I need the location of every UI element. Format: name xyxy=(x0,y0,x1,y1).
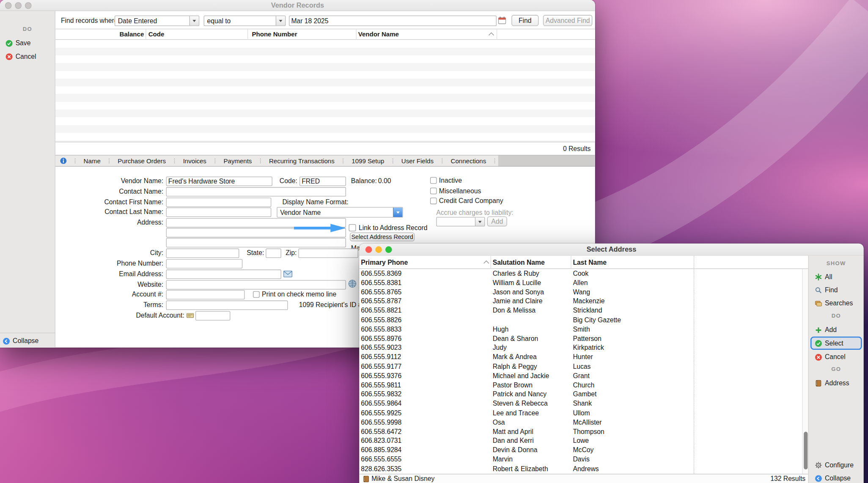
contact-first-name-input[interactable] xyxy=(166,198,272,207)
address-row[interactable]: 606.555.8821Don & MelissaStrickland xyxy=(359,306,802,316)
print-on-check-memo-checkbox[interactable] xyxy=(253,291,260,298)
tab-name[interactable]: Name xyxy=(79,157,106,164)
searches-button[interactable]: Searches xyxy=(815,298,853,308)
cell-primary-phone: 606.555.8787 xyxy=(359,297,492,306)
tab-info[interactable] xyxy=(55,157,71,165)
tab-purchase-orders[interactable]: Purchase Orders xyxy=(113,157,171,164)
calendar-icon[interactable] xyxy=(498,16,507,25)
find-button[interactable]: Find xyxy=(815,285,838,295)
email-icon[interactable] xyxy=(283,271,292,277)
tab-recurring-transactions[interactable]: Recurring Transactions xyxy=(264,157,339,164)
tab-payments[interactable]: Payments xyxy=(219,157,257,164)
tab-separator: ⋮ xyxy=(389,157,396,165)
credit-card-company-checkbox[interactable] xyxy=(430,198,437,204)
cell-last-name: McCoy xyxy=(573,446,695,455)
address-row[interactable]: 606.555.9998OsaMcAllister xyxy=(359,418,802,427)
collapse-button[interactable]: Collapse xyxy=(3,336,39,346)
code-input[interactable] xyxy=(299,176,346,186)
account-number-input[interactable] xyxy=(166,290,245,299)
address-table-header: Primary Phone Salutation Name Last Name xyxy=(359,256,808,269)
address-row[interactable]: 606.555.8765Jason and SonyaWang xyxy=(359,288,802,297)
find-field-select[interactable]: Date Entered xyxy=(115,16,199,26)
cell-salutation-name: Steven & Rebecca xyxy=(493,399,573,409)
address-row[interactable]: 606.555.9832Patrick and NancyGambet xyxy=(359,390,802,399)
results-table-body[interactable] xyxy=(55,40,595,142)
contact-last-name-input[interactable] xyxy=(166,208,272,217)
sort-ascending-icon xyxy=(483,261,489,266)
column-header-code[interactable]: Code xyxy=(148,31,165,38)
advanced-find-button[interactable]: Advanced Find xyxy=(543,15,592,26)
column-header-balance[interactable]: Balance xyxy=(100,31,144,38)
address-row[interactable]: 606.555.8369Charles & RubyCook xyxy=(359,269,802,278)
cancel-button[interactable]: Cancel xyxy=(5,52,36,62)
column-header-salutation-name[interactable]: Salutation Name xyxy=(493,258,545,266)
default-account-input[interactable] xyxy=(195,311,230,320)
link-to-address-label: Link to Address Record xyxy=(359,224,427,233)
address-row[interactable]: 606.555.9376Michael and JackieGrant xyxy=(359,371,802,381)
recipient-id-label: 1099 Recipient's ID #: xyxy=(299,301,364,310)
column-header-last-name[interactable]: Last Name xyxy=(573,258,607,266)
address-row[interactable]: 606.555.9811Pastor BrownChurch xyxy=(359,381,802,390)
add-button[interactable]: Add xyxy=(815,325,837,335)
address-row[interactable]: 606.555.8826Big City Gazette xyxy=(359,316,802,325)
scrollbar-track[interactable] xyxy=(802,269,808,474)
find-operator-select[interactable]: equal to xyxy=(204,16,286,26)
configure-button[interactable]: Configure xyxy=(815,460,854,470)
collapse-button[interactable]: Collapse xyxy=(815,473,851,483)
address-row[interactable]: 606.555.9864Steven & RebeccaShank xyxy=(359,399,802,409)
address-row[interactable]: 606.555.9023JudyKirkpatrick xyxy=(359,343,802,353)
address-row[interactable]: 606.555.8833HughSmith xyxy=(359,325,802,334)
website-globe-icon[interactable] xyxy=(348,280,357,288)
tab-separator: ⋮ xyxy=(171,157,178,165)
column-header-primary-phone[interactable]: Primary Phone xyxy=(361,258,408,266)
miscellaneous-checkbox[interactable] xyxy=(430,188,437,195)
inactive-checkbox[interactable] xyxy=(430,177,437,184)
address-row[interactable]: 606.555.9925Lee and TraceeUllom xyxy=(359,409,802,418)
address-row[interactable]: 606.555.9112Mark & AndreaHunter xyxy=(359,353,802,362)
address-titlebar[interactable]: Select Address xyxy=(359,244,863,256)
website-input[interactable] xyxy=(166,280,346,289)
scrollbar-thumb[interactable] xyxy=(804,432,808,469)
zip-input[interactable] xyxy=(298,249,358,258)
address-button[interactable]: Address xyxy=(815,378,849,388)
address-row[interactable]: 606.558.6472Matt and AprilThompson xyxy=(359,427,802,436)
contact-name-input[interactable] xyxy=(166,187,346,196)
column-header-vendor-name[interactable]: Vendor Name xyxy=(358,31,399,38)
tab-1099-setup[interactable]: 1099 Setup xyxy=(347,157,390,164)
tab-connections[interactable]: Connections xyxy=(446,157,491,164)
address-row[interactable]: 828.626.3535Robert & ElizabethAndrews xyxy=(359,464,802,474)
address-row[interactable]: 606.555.9177Ralph & PeggyLucas xyxy=(359,362,802,371)
address-row[interactable]: 606.555.8381William & LucilleAllen xyxy=(359,278,802,288)
terms-input[interactable] xyxy=(166,301,288,310)
cancel-button[interactable]: Cancel xyxy=(815,352,845,362)
select-address-record-button[interactable]: Select Address Record xyxy=(350,233,415,242)
address-row[interactable]: 606.555.8976Dean & SharonPatterson xyxy=(359,334,802,343)
save-button[interactable]: Save xyxy=(5,38,30,48)
find-button[interactable]: Find xyxy=(511,15,538,26)
address-row[interactable]: 666.555.6555MarvinDavis xyxy=(359,455,802,464)
address-row[interactable]: 606.823.0731Dan and KerriLowe xyxy=(359,436,802,446)
default-account-icon[interactable] xyxy=(186,311,195,319)
show-all-button[interactable]: All xyxy=(815,272,832,282)
accrue-add-button[interactable]: Add xyxy=(487,217,507,227)
x-circle-icon xyxy=(5,53,13,60)
cell-last-name: Wang xyxy=(573,288,695,297)
address-line3-input[interactable] xyxy=(166,238,346,247)
tab-invoices[interactable]: Invoices xyxy=(178,157,212,164)
dropdown-arrow-icon xyxy=(190,16,199,25)
phone-number-input[interactable] xyxy=(166,259,243,268)
accrue-liability-select[interactable] xyxy=(436,217,485,226)
cell-primary-phone: 828.626.3535 xyxy=(359,464,492,474)
column-header-phone[interactable]: Phone Number xyxy=(252,31,297,38)
address-row[interactable]: 606.885.9284Devin & DonnaMcCoy xyxy=(359,446,802,455)
find-search-input[interactable] xyxy=(289,16,497,26)
cell-salutation-name: Ralph & Peggy xyxy=(493,362,573,371)
vendor-titlebar[interactable]: Vendor Records xyxy=(0,0,595,11)
display-name-format-select[interactable]: Vendor Name xyxy=(277,207,403,217)
annotation-arrow-icon xyxy=(294,223,346,233)
select-button[interactable]: Select xyxy=(815,338,843,349)
address-row[interactable]: 606.555.8787Jamie and ClaireMackenzie xyxy=(359,297,802,306)
email-address-input[interactable] xyxy=(166,269,281,279)
tab-user-fields[interactable]: User Fields xyxy=(396,157,439,164)
link-to-address-checkbox[interactable] xyxy=(349,224,356,231)
